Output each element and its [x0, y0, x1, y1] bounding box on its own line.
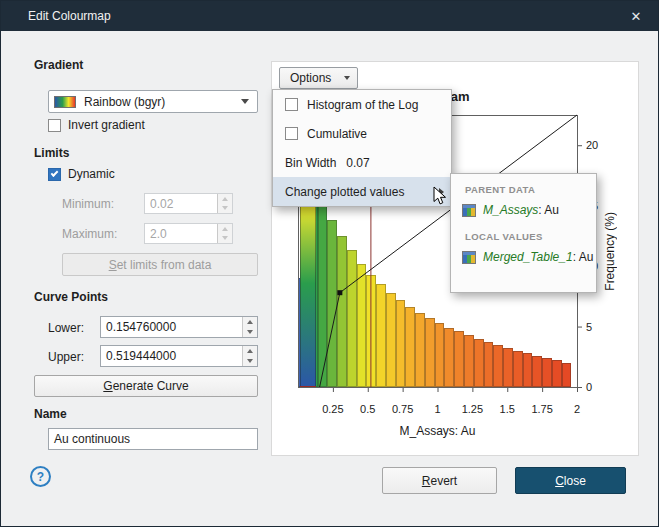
histogram-bar [532, 356, 542, 387]
menu-item-label: Histogram of the Log [307, 98, 418, 112]
y-tick-label: 5 [586, 321, 592, 333]
maximum-input: 2.0 [144, 223, 233, 244]
curve-points-label: Curve Points [34, 290, 108, 304]
bin-width-value[interactable]: 0.07 [346, 156, 369, 170]
histogram-bar [405, 307, 415, 387]
y-tick-label: 20 [586, 139, 598, 151]
table-name: M_Assays [483, 203, 538, 217]
close-icon[interactable]: ✕ [614, 1, 658, 31]
x-tick-label: 0.25 [322, 403, 343, 415]
upper-value: 0.519444000 [106, 349, 176, 363]
checkmark-icon [51, 169, 59, 177]
column-name: : Au [538, 203, 559, 217]
table-icon [462, 204, 476, 217]
x-tick-label: 1.5 [500, 403, 515, 415]
x-tick-label: 0.75 [392, 403, 413, 415]
histogram-bar [318, 200, 328, 387]
spin-up-icon[interactable] [243, 317, 257, 327]
spin-down-icon[interactable] [243, 327, 257, 337]
lower-spinbox[interactable]: 0.154760000 [100, 316, 258, 338]
chevron-down-icon [241, 99, 249, 104]
histogram-bar [552, 360, 562, 387]
revert-button[interactable]: Revert [382, 467, 497, 494]
x-tick-label: 0.5 [360, 403, 375, 415]
minimum-label: Minimum: [62, 197, 114, 211]
limits-label: Limits [34, 146, 69, 160]
menu-item-histogram-of-the-log[interactable]: Histogram of the Log [273, 90, 451, 119]
y-tick-label: 0 [586, 381, 592, 393]
histogram-bar [503, 348, 513, 387]
gradient-swatch [54, 96, 76, 108]
close-button[interactable]: Close [515, 467, 626, 494]
histogram-bar [562, 363, 572, 387]
histogram-bar [444, 328, 454, 387]
histogram-bar [347, 250, 357, 387]
histogram-bar [425, 318, 435, 387]
minimum-spinner [217, 194, 232, 213]
minimum-value: 0.02 [150, 197, 173, 211]
histogram-bar [474, 339, 484, 387]
histogram-bar [493, 345, 503, 387]
histogram-bar [513, 351, 523, 387]
menu-item-label: Cumulative [307, 127, 367, 141]
minimum-input: 0.02 [144, 193, 233, 214]
histogram-bar [523, 353, 533, 387]
histogram-bar [415, 313, 425, 387]
histogram-bar [484, 342, 494, 387]
spin-up-icon [218, 224, 232, 234]
spin-up-icon[interactable] [243, 346, 257, 356]
help-button[interactable]: ? [30, 466, 51, 487]
histogram-bar [337, 236, 347, 387]
histogram-bar [376, 284, 386, 387]
submenu-item-merged-table-1[interactable]: Merged_Table_1: Au [451, 246, 596, 268]
histogram-bar [435, 323, 445, 387]
checkbox-icon[interactable] [285, 98, 298, 111]
window-titlebar: Edit Colourmap ✕ [1, 1, 658, 31]
maximum-value: 2.0 [150, 227, 167, 241]
y-axis-label: Frequency (%) [602, 115, 618, 387]
histogram-bar [366, 275, 376, 387]
histogram-bar [327, 220, 337, 387]
x-tick-label: 1 [434, 403, 440, 415]
menu-item-bin-width[interactable]: Bin Width 0.07 [273, 148, 451, 177]
generate-curve-button[interactable]: Generate Curve [34, 375, 258, 397]
lower-label: Lower: [48, 321, 84, 335]
set-limits-button: Set limits from data [62, 253, 258, 276]
menu-item-label: Change plotted values [285, 185, 404, 199]
lower-value: 0.154760000 [106, 320, 176, 334]
maximum-spinner [217, 224, 232, 243]
spin-down-icon[interactable] [243, 356, 257, 366]
options-button[interactable]: Options [279, 67, 358, 89]
histogram-bar [386, 293, 396, 387]
name-label: Name [34, 407, 67, 421]
name-input[interactable]: Au continuous [48, 428, 258, 450]
column-name: : Au [573, 250, 594, 264]
menu-item-label: Bin Width [285, 156, 336, 170]
chevron-down-icon [344, 76, 350, 80]
checkbox-icon[interactable] [285, 127, 298, 140]
histogram-bar [454, 331, 464, 387]
histogram-bar [357, 264, 367, 387]
gradient-dropdown[interactable]: Rainbow (bgyr) [48, 90, 258, 113]
x-tick-label: 1.25 [462, 403, 483, 415]
dynamic-label: Dynamic [68, 167, 115, 181]
table-name: Merged_Table_1 [483, 250, 573, 264]
x-tick-label: 2 [574, 403, 580, 415]
histogram-bar [464, 335, 474, 387]
submenu-header-local-values: LOCAL VALUES [465, 231, 596, 242]
options-menu: Histogram of the Log Cumulative Bin Widt… [272, 89, 452, 207]
menu-item-change-plotted-values[interactable]: Change plotted values [273, 177, 451, 206]
dynamic-checkbox[interactable] [48, 168, 61, 181]
window-title: Edit Colourmap [28, 1, 111, 31]
upper-spinbox[interactable]: 0.519444000 [100, 345, 258, 367]
upper-label: Upper: [48, 350, 84, 364]
spin-down-icon [218, 234, 232, 244]
invert-gradient-checkbox[interactable] [48, 119, 61, 132]
invert-gradient-label: Invert gradient [68, 118, 145, 132]
table-icon [462, 251, 476, 264]
menu-item-cumulative[interactable]: Cumulative [273, 119, 451, 148]
name-value: Au continuous [54, 432, 130, 446]
histogram-bar [396, 300, 406, 387]
gradient-label: Gradient [34, 58, 83, 72]
submenu-item-m-assays[interactable]: M_Assays: Au [451, 199, 596, 221]
